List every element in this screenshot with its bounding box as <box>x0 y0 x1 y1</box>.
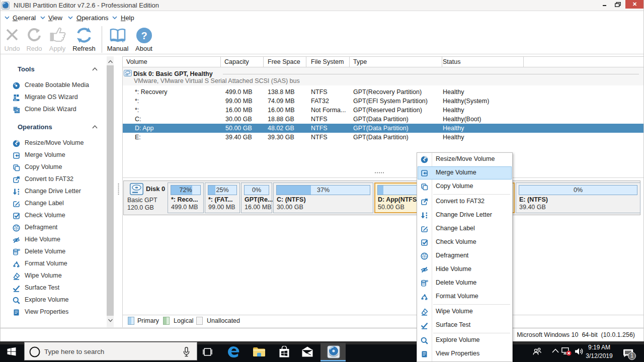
svg-text:?: ? <box>141 30 147 41</box>
